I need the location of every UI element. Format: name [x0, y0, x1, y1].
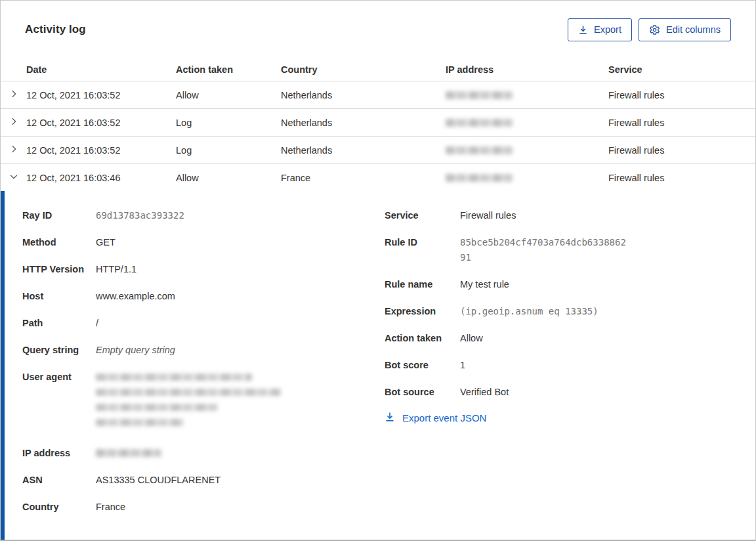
detail-field-rule-name: Rule name My test rule — [385, 277, 755, 292]
detail-field-bot-source: Bot source Verified Bot — [385, 385, 755, 400]
column-header-action-taken: Action taken — [176, 64, 281, 75]
detail-column-right: Service Firewall rules Rule ID 85bce5b20… — [385, 208, 755, 424]
chevron-right-icon — [9, 144, 18, 156]
export-event-json-link[interactable]: Export event JSON — [385, 412, 755, 424]
row-service: Firewall rules — [608, 145, 755, 156]
export-button[interactable]: Export — [568, 18, 632, 41]
detail-field-bot-score: Bot score 1 — [385, 358, 755, 373]
row-action: Allow — [176, 90, 281, 100]
redacted-ip-address — [446, 119, 513, 127]
row-action: Allow — [176, 173, 281, 183]
detail-field-expression: Expression (ip.geoip.asnum eq 13335) — [385, 304, 755, 319]
detail-field-method: Method GET — [22, 235, 364, 250]
chevron-right-icon — [9, 89, 18, 101]
collapse-row-button[interactable] — [1, 164, 26, 191]
detail-column-left: Ray ID 69d13783ac393322 Method GET HTTP … — [22, 208, 364, 527]
page-title: Activity log — [25, 23, 86, 36]
detail-field-country: Country France — [22, 500, 364, 515]
row-date: 12 Oct, 2021 16:03:52 — [26, 145, 176, 156]
activity-log-panel: Activity log Export Edit columns Date Ac… — [0, 0, 756, 541]
column-header-ip-address: IP address — [446, 64, 608, 75]
header-actions: Export Edit columns — [568, 18, 731, 41]
row-service: Firewall rules — [608, 173, 755, 183]
chevron-down-icon — [9, 172, 18, 184]
detail-field-service: Service Firewall rules — [385, 208, 755, 223]
redacted-user-agent — [96, 370, 281, 434]
row-action: Log — [176, 118, 281, 128]
expand-row-button[interactable] — [1, 109, 26, 136]
row-service: Firewall rules — [608, 118, 755, 128]
detail-field-asn: ASN AS13335 CLOUDFLARENET — [22, 473, 364, 488]
expand-row-button[interactable] — [1, 81, 26, 108]
table-row-expanded[interactable]: 12 Oct, 2021 16:03:46 Allow France Firew… — [1, 163, 755, 191]
download-icon — [578, 25, 588, 35]
detail-field-user-agent: User agent — [22, 370, 364, 434]
row-action: Log — [176, 145, 281, 156]
row-country: Netherlands — [281, 118, 446, 128]
table-header-row: Date Action taken Country IP address Ser… — [1, 58, 755, 81]
gear-icon — [649, 24, 660, 35]
chevron-right-icon — [9, 117, 18, 129]
expand-row-button[interactable] — [1, 137, 26, 163]
export-button-label: Export — [594, 24, 621, 35]
column-header-country: Country — [281, 64, 446, 75]
event-detail-panel: Ray ID 69d13783ac393322 Method GET HTTP … — [1, 191, 755, 540]
detail-field-path: Path / — [22, 316, 364, 331]
column-header-service: Service — [608, 64, 755, 75]
redacted-ip-address — [446, 174, 513, 182]
detail-field-rule-id: Rule ID 85bce5b204cf4703a764dcb633886291 — [385, 235, 755, 265]
table-row[interactable]: 12 Oct, 2021 16:03:52 Log Netherlands Fi… — [1, 136, 755, 163]
edit-columns-button[interactable]: Edit columns — [639, 18, 731, 41]
redacted-ip-address — [446, 91, 513, 99]
detail-field-http-version: HTTP Version HTTP/1.1 — [22, 262, 364, 277]
detail-field-query-string: Query string Empty query string — [22, 343, 364, 358]
row-country: Netherlands — [281, 90, 446, 100]
detail-field-ip-address: IP address — [22, 446, 364, 461]
redacted-ip-address — [96, 449, 161, 457]
column-header-date: Date — [26, 64, 176, 75]
row-date: 12 Oct, 2021 16:03:46 — [26, 173, 176, 183]
header: Activity log Export Edit columns — [1, 1, 755, 58]
table-row[interactable]: 12 Oct, 2021 16:03:52 Allow Netherlands … — [1, 81, 755, 108]
edit-columns-button-label: Edit columns — [666, 24, 721, 35]
redacted-ip-address — [446, 146, 513, 154]
detail-field-action-taken: Action taken Allow — [385, 331, 755, 346]
detail-field-ray-id: Ray ID 69d13783ac393322 — [22, 208, 364, 223]
download-icon — [385, 412, 395, 424]
row-country: France — [281, 173, 446, 183]
row-country: Netherlands — [281, 145, 446, 156]
table-row[interactable]: 12 Oct, 2021 16:03:52 Log Netherlands Fi… — [1, 108, 755, 136]
export-event-json-label: Export event JSON — [402, 412, 486, 423]
row-service: Firewall rules — [608, 90, 755, 100]
activity-table: Date Action taken Country IP address Ser… — [1, 58, 755, 191]
row-date: 12 Oct, 2021 16:03:52 — [26, 90, 176, 100]
detail-field-host: Host www.example.com — [22, 289, 364, 304]
row-date: 12 Oct, 2021 16:03:52 — [26, 118, 176, 128]
